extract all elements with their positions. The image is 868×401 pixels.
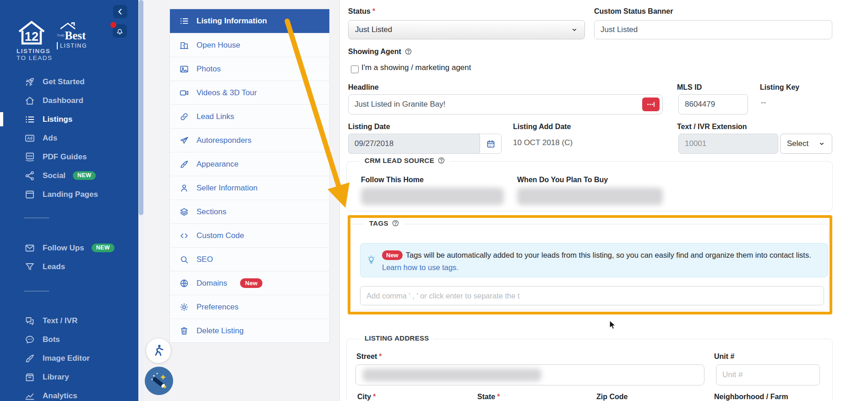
when-do-you-plan-to-buy-label: When Do You Plan To Buy bbox=[517, 176, 608, 184]
best-listing-logo[interactable]: THEBest LISTING bbox=[57, 22, 87, 49]
sidebar-item-pdf-guides[interactable]: PDFPDF Guides bbox=[0, 147, 138, 166]
menu-item-label: Preferences bbox=[197, 303, 239, 312]
menu-item-appearance[interactable]: Appearance bbox=[170, 152, 329, 176]
accessibility-button[interactable] bbox=[146, 338, 171, 363]
mls-id-input[interactable] bbox=[678, 94, 748, 114]
status-select-value: Just Listed bbox=[355, 25, 392, 34]
sidebar-item-listings[interactable]: Listings bbox=[0, 110, 138, 129]
sidebar-item-social[interactable]: SocialNEW bbox=[0, 166, 138, 185]
sidebar-item-follow-ups[interactable]: Follow UpsNEW bbox=[0, 238, 138, 257]
sidebar-item-label: Ads bbox=[43, 134, 57, 143]
magic-wand-button[interactable] bbox=[145, 367, 173, 395]
menu-item-delete-listing[interactable]: Delete Listing bbox=[170, 319, 329, 342]
calendar-button[interactable] bbox=[480, 134, 502, 154]
text-ivr-select[interactable]: Select bbox=[780, 134, 832, 154]
city-label: City* bbox=[357, 393, 376, 401]
gear-icon bbox=[179, 302, 189, 312]
headline-input[interactable] bbox=[348, 94, 663, 114]
sidebar-collapse-button[interactable] bbox=[113, 5, 127, 18]
sidebar-item-library[interactable]: Library bbox=[0, 368, 138, 386]
sidebar-item-label: Text / IVR bbox=[43, 316, 77, 325]
share-icon bbox=[24, 170, 35, 181]
sidebar-item-label: Listings bbox=[43, 115, 72, 124]
svg-text:PDF: PDF bbox=[27, 155, 33, 157]
listing-date-input[interactable]: 09/27/2018 bbox=[348, 134, 480, 154]
sidebar-item-label: PDF Guides bbox=[43, 152, 87, 162]
menu-item-listing-information[interactable]: Listing Information bbox=[170, 9, 329, 33]
listing-date-group: 09/27/2018 bbox=[348, 134, 502, 154]
listings-to-leads-logo[interactable]: 12 LISTINGS TO LEADS bbox=[16, 19, 53, 61]
sidebar-item-dashboard[interactable]: Dashboard bbox=[0, 91, 138, 110]
showing-agent-label: Showing Agent bbox=[348, 48, 412, 56]
menu-item-videos-3d-tour[interactable]: Videos & 3D Tour bbox=[170, 81, 329, 104]
house-logo-icon: 12 bbox=[16, 19, 47, 46]
menu-item-label: Delete Listing bbox=[197, 326, 244, 336]
ellipsis-icon bbox=[646, 99, 656, 109]
scrollbar-thumb[interactable] bbox=[139, 0, 143, 215]
sidebar-item-bots[interactable]: Bots bbox=[0, 330, 138, 349]
accessibility-walker-icon bbox=[151, 343, 166, 358]
help-icon[interactable] bbox=[437, 157, 445, 164]
menu-item-sections[interactable]: Sections bbox=[170, 200, 329, 223]
menu-item-seo[interactable]: SEO bbox=[170, 247, 329, 271]
new-badge: NEW bbox=[73, 171, 96, 180]
home-icon bbox=[24, 95, 35, 106]
sidebar-item-landing-pages[interactable]: Landing Pages bbox=[0, 185, 138, 204]
chevron-down-icon bbox=[571, 26, 578, 33]
listing-address-legend: LISTING ADDRESS bbox=[360, 334, 433, 342]
when-plan-to-buy-blurred-value bbox=[517, 188, 663, 205]
showing-agent-checkbox[interactable] bbox=[351, 65, 359, 73]
menu-item-autoresponders[interactable]: Autoresponders bbox=[170, 128, 329, 152]
code-icon bbox=[179, 231, 189, 241]
crm-lead-source-legend: CRM LEAD SOURCE bbox=[360, 157, 449, 164]
sidebar-item-image-editor[interactable]: Image Editor bbox=[0, 349, 138, 368]
sidebar-nav: Get Started Dashboard Listings AdAds PDF… bbox=[0, 72, 138, 401]
funnel-icon bbox=[24, 261, 35, 272]
sidebar: 12 LISTINGS TO LEADS THEBest LISTING Get… bbox=[0, 0, 138, 401]
learn-how-to-use-tags-link[interactable]: Learn how to use tags. bbox=[382, 263, 459, 271]
menu-item-domains[interactable]: DomainsNew bbox=[170, 271, 329, 295]
help-icon[interactable] bbox=[404, 48, 412, 55]
showing-agent-checkbox-label[interactable]: I'm a showing / marketing agent bbox=[361, 63, 471, 72]
zip-code-label: Zip Code bbox=[596, 393, 628, 401]
spintax-button[interactable] bbox=[642, 98, 660, 111]
lightbulb-icon bbox=[366, 255, 376, 265]
menu-item-open-house[interactable]: Open House bbox=[170, 33, 329, 57]
notifications-button[interactable] bbox=[113, 24, 127, 38]
sidebar-item-label: Dashboard bbox=[43, 96, 83, 105]
custom-status-banner-label: Custom Status Banner bbox=[594, 7, 673, 16]
new-badge: New bbox=[240, 278, 262, 288]
required-asterisk: * bbox=[372, 7, 375, 15]
logo-text: LISTINGS bbox=[16, 48, 53, 54]
menu-item-photos[interactable]: Photos bbox=[170, 57, 329, 81]
follow-this-home-label: Follow This Home bbox=[361, 176, 424, 184]
menu-item-label: Lead Links bbox=[197, 112, 234, 121]
sidebar-item-analytics[interactable]: Analytics bbox=[0, 386, 138, 401]
unit-input[interactable] bbox=[716, 364, 820, 385]
calendar-icon bbox=[486, 139, 496, 149]
sidebar-item-leads[interactable]: Leads bbox=[0, 257, 138, 276]
sidebar-item-text-ivr[interactable]: Text / IVR bbox=[0, 311, 138, 330]
listing-key-label: Listing Key bbox=[760, 83, 799, 92]
sidebar-item-ads[interactable]: AdAds bbox=[0, 129, 138, 147]
mail-icon bbox=[24, 243, 35, 254]
custom-status-banner-input[interactable] bbox=[594, 20, 832, 39]
magic-wand-icon bbox=[145, 367, 173, 395]
menu-item-label: Autoresponders bbox=[197, 136, 251, 145]
help-icon[interactable] bbox=[392, 219, 399, 227]
required-asterisk: * bbox=[379, 352, 382, 360]
logo-text: Best bbox=[65, 29, 86, 42]
menu-item-label: Custom Code bbox=[197, 231, 244, 240]
menu-item-custom-code[interactable]: Custom Code bbox=[170, 223, 329, 247]
menu-item-preferences[interactable]: Preferences bbox=[170, 295, 329, 319]
tags-input[interactable] bbox=[360, 286, 824, 305]
sidebar-item-get-started[interactable]: Get Started bbox=[0, 72, 138, 91]
library-icon bbox=[24, 372, 35, 383]
required-asterisk: * bbox=[373, 393, 376, 401]
sidebar-scrollbar[interactable] bbox=[138, 0, 144, 401]
menu-item-seller-information[interactable]: Seller Information bbox=[170, 176, 329, 200]
status-select[interactable]: Just Listed bbox=[348, 20, 585, 39]
menu-item-lead-links[interactable]: Lead Links bbox=[170, 104, 329, 128]
link-icon bbox=[179, 112, 189, 122]
menu-item-label: SEO bbox=[197, 255, 213, 264]
